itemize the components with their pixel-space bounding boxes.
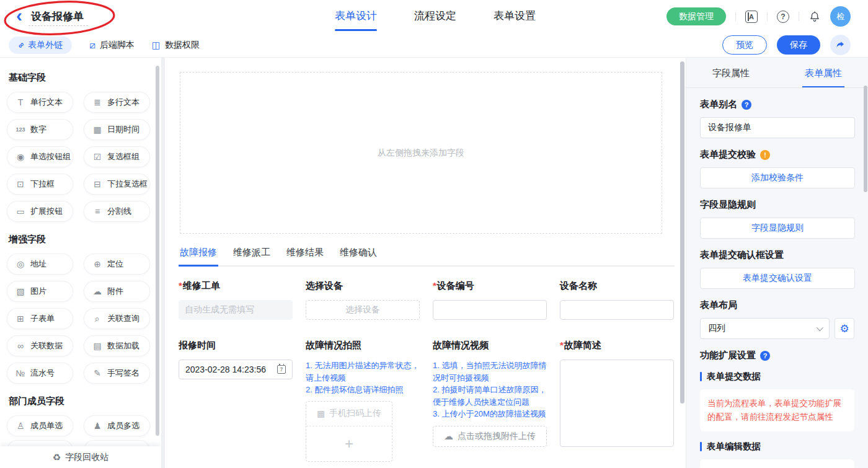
share-button[interactable] xyxy=(830,35,851,55)
people-icon: ♟ xyxy=(92,422,102,430)
extension-settings-label: 功能扩展设置 ? xyxy=(700,350,854,361)
field-type-serial-number[interactable]: №流水号 xyxy=(7,363,73,383)
add-validation-button[interactable]: 添加校验条件 xyxy=(700,167,855,188)
repair-order-input: 自动生成无需填写 xyxy=(179,300,293,320)
tab-form-setting[interactable]: 表单设置 xyxy=(494,0,536,33)
field-type-label: 分割线 xyxy=(107,206,131,217)
field-label: 故障情况拍照 xyxy=(306,340,361,350)
field-select-device: 选择设备 选择设备 xyxy=(306,280,420,320)
preview-button[interactable]: 预览 xyxy=(722,35,767,55)
field-label: 设备编号 xyxy=(437,280,474,291)
field-type-label: 数字 xyxy=(30,124,46,135)
backend-script-label: 后端脚本 xyxy=(100,40,135,51)
tab-flow-setting[interactable]: 流程设定 xyxy=(414,0,456,33)
select-device-button[interactable]: 选择设备 xyxy=(306,300,420,320)
recycle-icon: ♻ xyxy=(53,452,61,463)
form-external-link-button[interactable]: ∞ 表单外链 xyxy=(9,37,72,54)
single-line-text-icon: T xyxy=(16,98,25,107)
field-type-select[interactable]: ⊡下拉框 xyxy=(7,174,73,194)
field-type-multi-line-text[interactable]: ≣多行文本 xyxy=(84,92,149,112)
field-type-lookup-query[interactable]: ⌕关联查询 xyxy=(84,309,149,329)
video-upload-label: 点击或拖拽附件上传 xyxy=(458,431,536,442)
confirm-box-button[interactable]: 表单提交确认设置 xyxy=(700,268,855,289)
photo-upload-box[interactable]: ▩ 手机扫码上传 + xyxy=(306,401,392,462)
field-type-checkbox-group[interactable]: ☑复选框组 xyxy=(84,147,149,167)
field-type-extend-button[interactable]: ▭扩展按钮 xyxy=(7,201,73,221)
button-icon: ▭ xyxy=(16,207,25,216)
field-type-label: 关联查询 xyxy=(107,313,140,324)
step-tab-fault-report[interactable]: 故障报修 xyxy=(179,247,218,265)
report-time-input[interactable]: 2023-02-28 14:23:56 7 xyxy=(179,360,293,379)
divider-icon: ≡ xyxy=(92,207,102,216)
field-type-member-single[interactable]: ♙成员单选 xyxy=(7,416,73,436)
field-dropzone[interactable]: 从左侧拖拽来添加字段 xyxy=(180,72,662,234)
back-button[interactable]: ‹ xyxy=(16,7,22,24)
help-circle-icon[interactable]: ? xyxy=(742,100,751,110)
form-alias-input[interactable] xyxy=(700,117,855,138)
help-icon[interactable]: ? xyxy=(777,11,789,23)
field-type-label: 成员多选 xyxy=(107,420,140,431)
warning-circle-icon[interactable]: ! xyxy=(760,150,770,160)
field-type-linked-data[interactable]: ∞关联数据 xyxy=(7,336,73,356)
step-tab-repair-dispatch[interactable]: 维修派工 xyxy=(232,247,272,265)
device-name-input[interactable] xyxy=(560,300,674,320)
device-no-input[interactable] xyxy=(433,300,547,320)
form-external-link-label: 表单外链 xyxy=(28,40,63,51)
layout-select[interactable]: 四列 xyxy=(700,318,830,339)
subform-icon: ⊞ xyxy=(16,314,25,323)
fault-brief-textarea[interactable] xyxy=(560,360,674,447)
field-type-image[interactable]: ▧图片 xyxy=(7,281,73,301)
video-upload-button[interactable]: ☁ 点击或拖拽附件上传 xyxy=(433,426,547,447)
field-type-member-multi[interactable]: ♟成员多选 xyxy=(84,416,149,436)
field-type-location[interactable]: ⊕定位 xyxy=(84,254,149,274)
notification-bell-icon[interactable] xyxy=(808,11,821,23)
help-circle-icon[interactable]: ? xyxy=(760,351,770,361)
section-title-enhanced-fields: 增强字段 xyxy=(9,234,161,245)
field-recycle-bin[interactable]: ♻ 字段回收站 xyxy=(0,446,161,468)
qr-upload-button[interactable]: ▩ 手机扫码上传 xyxy=(306,402,392,426)
tab-field-properties[interactable]: 字段属性 xyxy=(712,68,750,87)
field-type-multi-select[interactable]: ⊟下拉复选框 xyxy=(84,174,149,194)
field-type-radio-group[interactable]: ◉单选按钮组 xyxy=(7,147,73,167)
panel-scrollbar[interactable] xyxy=(864,86,867,192)
step-tab-repair-confirm[interactable]: 维修确认 xyxy=(339,247,378,265)
field-palette-sidebar: 基础字段 T单行文本 ≣多行文本 123数字 ▦日期时间 ◉单选按钮组 ☑复选框… xyxy=(0,58,161,468)
save-button[interactable]: 保存 xyxy=(777,35,820,55)
field-type-address[interactable]: ◎地址 xyxy=(7,254,73,274)
tab-form-properties[interactable]: 表单属性 xyxy=(805,68,842,87)
tab-form-design[interactable]: 表单设计 xyxy=(335,0,377,33)
field-type-datetime[interactable]: ▦日期时间 xyxy=(84,120,149,139)
add-photo-button[interactable]: + xyxy=(306,426,392,461)
qr-upload-label: 手机扫码上传 xyxy=(329,408,381,419)
sidebar-scrollbar[interactable] xyxy=(156,66,159,436)
field-type-label: 流水号 xyxy=(30,368,55,379)
field-type-single-line-text[interactable]: T单行文本 xyxy=(7,92,73,112)
field-type-signature[interactable]: ✎手写签名 xyxy=(84,363,149,383)
layout-select-value: 四列 xyxy=(708,323,725,334)
recycle-label: 字段回收站 xyxy=(65,452,108,463)
data-manage-button[interactable]: 数据管理 xyxy=(666,7,726,25)
step-tab-repair-result[interactable]: 维修结果 xyxy=(285,247,325,265)
backend-script-button[interactable]: ⧄ 后端脚本 xyxy=(89,40,135,51)
field-type-data-load[interactable]: ▤数据加载 xyxy=(84,336,149,356)
field-type-subform[interactable]: ⊞子表单 xyxy=(7,309,73,329)
user-avatar[interactable]: 检 xyxy=(830,6,851,27)
script-icon: ⧄ xyxy=(89,40,95,50)
dropzone-hint: 从左侧拖拽来添加字段 xyxy=(378,148,464,159)
docs-icon[interactable]: A xyxy=(745,11,758,23)
field-type-divider[interactable]: ≡分割线 xyxy=(84,201,149,221)
checkbox-icon: ☑ xyxy=(92,152,102,161)
field-report-time: 报修时间 2023-02-28 14:23:56 7 xyxy=(179,340,293,379)
label-text: 表单别名 xyxy=(700,99,737,110)
calendar-icon[interactable]: 7 xyxy=(277,365,286,374)
person-icon: ♙ xyxy=(16,422,25,430)
edit-data-card xyxy=(700,459,854,468)
canvas-scrollbar[interactable] xyxy=(680,61,684,404)
divider xyxy=(735,12,736,21)
field-type-attachment[interactable]: ☁附件 xyxy=(84,281,149,301)
visibility-rule-button[interactable]: 字段显隐规则 xyxy=(700,218,855,239)
data-permission-button[interactable]: ◫ 数据权限 xyxy=(152,40,200,51)
chevron-down-icon xyxy=(817,324,823,331)
field-type-number[interactable]: 123数字 xyxy=(7,120,73,139)
layout-settings-button[interactable]: ⚙ xyxy=(835,318,854,339)
